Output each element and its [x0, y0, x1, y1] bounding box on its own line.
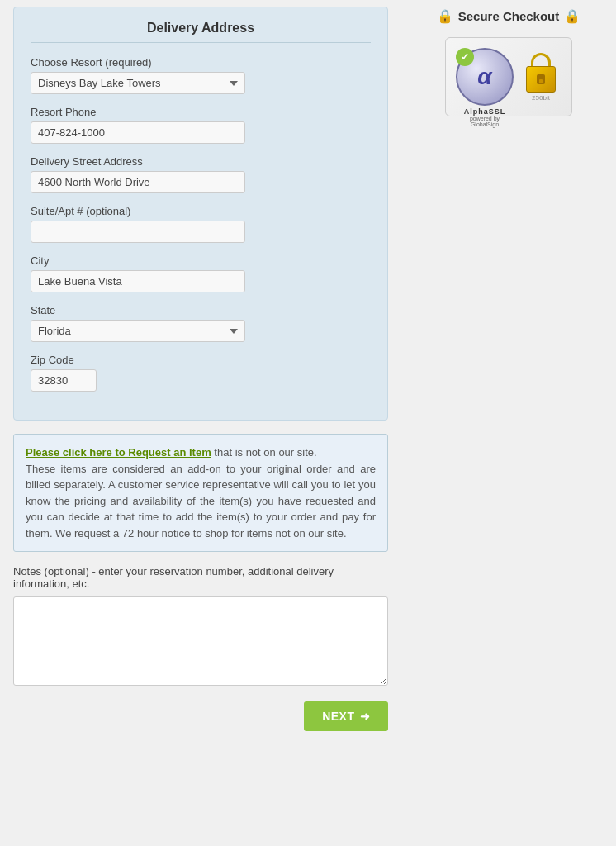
next-button-label: NEXT: [322, 710, 354, 723]
resort-phone-input[interactable]: [31, 121, 245, 144]
next-button[interactable]: NEXT ➜: [304, 701, 388, 731]
suite-group: Suite/Apt # (optional): [31, 205, 371, 243]
notes-group: Notes (optional) - enter your reservatio…: [13, 565, 388, 688]
choose-resort-label: Choose Resort (required): [31, 56, 371, 69]
street-address-input[interactable]: [31, 171, 245, 193]
secure-checkout-title: Secure Checkout: [458, 9, 560, 23]
button-row: NEXT ➜: [13, 701, 388, 731]
street-address-group: Delivery Street Address: [31, 155, 371, 193]
sidebar: 🔒 Secure Checkout 🔒 ✓ α: [401, 0, 616, 846]
lock-icon-left: 🔒: [437, 8, 453, 24]
street-address-label: Delivery Street Address: [31, 155, 371, 168]
secure-checkout-header: 🔒 Secure Checkout 🔒: [410, 8, 608, 24]
alphassl-logo: ✓ α AlphaSSL powered by GlobalSign: [456, 48, 514, 106]
notes-label: Notes (optional) - enter your reservatio…: [13, 565, 388, 590]
info-box-body: These items are considered an add-on to …: [26, 463, 376, 539]
ssl-lock: 256bit: [520, 53, 562, 102]
state-label: State: [31, 304, 371, 316]
request-item-link[interactable]: Please click here to Request an Item: [26, 446, 211, 459]
resort-phone-label: Resort Phone: [31, 106, 371, 118]
arrow-right-icon: ➜: [360, 710, 371, 723]
info-box-rest-text: that is not on our site.: [211, 446, 317, 459]
secure-checkout-section: 🔒 Secure Checkout 🔒 ✓ α: [410, 8, 608, 116]
city-label: City: [31, 254, 371, 267]
info-box: Please click here to Request an Item tha…: [13, 434, 388, 552]
ssl-badge: ✓ α AlphaSSL powered by GlobalSign: [445, 37, 572, 116]
suite-label: Suite/Apt # (optional): [31, 205, 371, 217]
delivery-address-card: Delivery Address Choose Resort (required…: [13, 7, 388, 421]
suite-input[interactable]: [31, 221, 245, 243]
state-group: State Florida: [31, 304, 371, 342]
zip-group: Zip Code: [31, 354, 371, 392]
city-input[interactable]: [31, 270, 245, 292]
city-group: City: [31, 254, 371, 292]
state-select[interactable]: Florida: [31, 320, 245, 342]
zip-label: Zip Code: [31, 354, 371, 366]
notes-textarea[interactable]: [13, 596, 388, 686]
choose-resort-select[interactable]: Disneys Bay Lake Towers: [31, 72, 245, 94]
delivery-address-title: Delivery Address: [31, 21, 371, 43]
lock-icon-right: 🔒: [564, 8, 580, 24]
choose-resort-group: Choose Resort (required) Disneys Bay Lak…: [31, 56, 371, 94]
zip-input[interactable]: [31, 369, 97, 392]
resort-phone-group: Resort Phone: [31, 106, 371, 144]
